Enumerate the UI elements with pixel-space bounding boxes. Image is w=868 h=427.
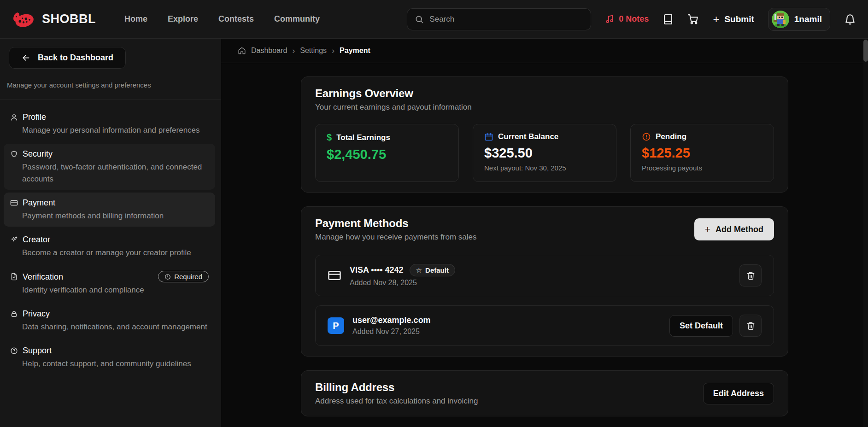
sidebar-item-description: Identity verification and compliance [22, 284, 209, 296]
stat-label: Current Balance [498, 132, 558, 141]
breadcrumb-settings[interactable]: Settings [300, 47, 327, 55]
alert-circle-icon [642, 132, 651, 141]
arrow-left-icon [21, 53, 31, 63]
bell-icon [844, 13, 856, 25]
sidebar-item-profile[interactable]: Profile Manage your personal information… [4, 107, 215, 141]
payment-methods-subtitle: Manage how you receive payments from sal… [315, 233, 477, 242]
user-icon [10, 113, 18, 121]
sidebar-item-privacy[interactable]: Privacy Data sharing, notifications, and… [4, 304, 215, 338]
payment-method-row-paypal: P user@example.com Added Nov 27, 2025 Se… [315, 305, 774, 346]
dollar-icon: $ [327, 132, 332, 143]
scrollbar-thumb[interactable] [863, 40, 868, 62]
main-content: Dashboard › Settings › Payment Earnings … [221, 39, 868, 427]
payment-methods-title: Payment Methods [315, 217, 477, 230]
submit-button[interactable]: + Submit [713, 14, 754, 25]
stat-value: $125.25 [642, 146, 762, 161]
brand[interactable]: SHOBBL [12, 8, 96, 30]
stat-note: Next payout: Nov 30, 2025 [484, 164, 605, 172]
sidebar-item-description: Payment methods and billing information [22, 210, 209, 222]
nav-link-community[interactable]: Community [274, 14, 320, 24]
sidebar-item-label: Privacy [23, 308, 50, 319]
username-label: 1namil [794, 14, 822, 24]
notifications-button[interactable] [844, 13, 856, 25]
sidebar-item-label: Payment [23, 197, 55, 208]
sidebar-item-label: Creator [23, 234, 50, 245]
sidebar-item-security[interactable]: Security Password, two-factor authentica… [4, 144, 215, 190]
method-added-date: Added Nov 27, 2025 [352, 328, 431, 336]
nav-link-explore[interactable]: Explore [168, 14, 198, 24]
sidebar-item-label: Verification [23, 271, 63, 282]
plus-icon: + [705, 224, 710, 235]
alert-circle-icon [164, 274, 171, 280]
method-name: user@example.com [352, 316, 431, 325]
sidebar-item-description: Help, contact support, and community gui… [22, 358, 209, 370]
billing-address-card: Billing Address Address used for tax cal… [301, 370, 788, 416]
sidebar-item-label: Profile [23, 111, 46, 123]
set-default-button[interactable]: Set Default [669, 315, 733, 337]
lock-icon [10, 310, 18, 318]
sidebar-item-payment[interactable]: Payment Payment methods and billing info… [4, 193, 215, 227]
payment-methods-card: Payment Methods Manage how you receive p… [301, 206, 788, 357]
settings-sidebar: Back to Dashboard Manage your account se… [0, 39, 221, 427]
notes-counter[interactable]: 0 Notes [605, 14, 649, 24]
shobbl-logo-icon [12, 8, 36, 30]
credit-card-icon [328, 269, 341, 282]
sidebar-item-label: Security [23, 148, 53, 159]
paypal-icon: P [328, 317, 344, 334]
sidebar-item-description: Manage your personal information and pre… [22, 124, 209, 136]
avatar [772, 11, 789, 28]
home-icon [238, 47, 246, 55]
earnings-stats: $ Total Earnings $2,450.75 Current Balan… [315, 124, 774, 182]
breadcrumb: Dashboard › Settings › Payment [221, 39, 868, 63]
required-badge: Required [158, 271, 209, 282]
cart-icon [687, 13, 699, 25]
billing-subtitle: Address used for tax calculations and in… [315, 397, 478, 406]
sidebar-item-creator[interactable]: Creator Become a creator or manage your … [4, 229, 215, 263]
trash-icon [746, 322, 755, 330]
content-column: Earnings Overview Your current earnings … [301, 76, 788, 416]
stat-label: Total Earnings [336, 133, 390, 142]
sidebar-item-support[interactable]: Support Help, contact support, and commu… [4, 340, 215, 374]
trash-icon [746, 271, 755, 280]
edit-address-button[interactable]: Edit Address [703, 383, 774, 404]
stat-current-balance: Current Balance $325.50 Next payout: Nov… [473, 124, 616, 182]
submit-label: Submit [724, 14, 754, 24]
default-badge: ☆ Default [410, 264, 455, 276]
nav-links: Home Explore Contests Community [124, 14, 320, 24]
back-to-dashboard-button[interactable]: Back to Dashboard [9, 47, 126, 69]
navbar: SHOBBL Home Explore Contests Community 0… [0, 0, 868, 39]
navbar-actions: 0 Notes + Submit [605, 8, 856, 31]
delete-method-button[interactable] [739, 264, 762, 287]
user-menu[interactable]: 1namil [768, 8, 830, 31]
cart-button[interactable] [687, 13, 699, 25]
nav-link-contests[interactable]: Contests [218, 14, 254, 24]
stat-value: $325.50 [484, 146, 605, 161]
nav-link-home[interactable]: Home [124, 14, 147, 24]
method-name: VISA •••• 4242 [350, 265, 404, 275]
page-scrollbar[interactable] [863, 39, 868, 427]
stat-total-earnings: $ Total Earnings $2,450.75 [315, 124, 459, 182]
sidebar-item-verification[interactable]: Verification Required Identity verificat… [4, 266, 215, 301]
default-badge-label: Default [425, 266, 449, 274]
add-method-label: Add Method [716, 225, 763, 234]
avatar-pixel-knight [772, 11, 789, 28]
delete-method-button[interactable] [739, 315, 762, 337]
stat-note: Processing payouts [642, 164, 762, 172]
chevron-right-icon: › [332, 47, 334, 55]
sidebar-item-description: Password, two-factor authentication, and… [22, 161, 209, 185]
search-icon [415, 15, 424, 24]
file-check-icon [10, 273, 18, 281]
star-icon: ☆ [416, 267, 422, 274]
breadcrumb-dashboard[interactable]: Dashboard [251, 47, 287, 55]
search-bar[interactable] [407, 8, 591, 30]
help-circle-icon [10, 347, 18, 355]
calendar-icon [484, 132, 493, 141]
library-button[interactable] [663, 14, 674, 25]
sparkles-icon [10, 236, 18, 244]
stat-note [327, 165, 447, 174]
app-root: SHOBBL Home Explore Contests Community 0… [0, 0, 868, 427]
plus-icon: + [713, 14, 719, 25]
search-input[interactable] [429, 15, 583, 24]
brand-name: SHOBBL [42, 12, 96, 26]
add-method-button[interactable]: + Add Method [694, 218, 774, 240]
